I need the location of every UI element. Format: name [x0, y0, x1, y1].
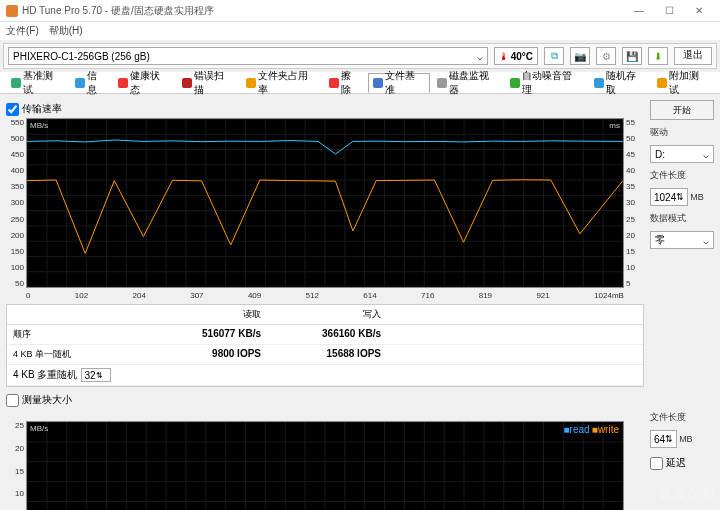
exit-button[interactable]: 退出 — [674, 47, 712, 65]
window-title: HD Tune Pro 5.70 - 硬盘/固态硬盘实用程序 — [22, 4, 624, 18]
chart2-legend: ■read ■write — [564, 424, 619, 435]
y-axis-right: 555045403530252015105 — [626, 118, 644, 288]
tab-icon — [510, 78, 520, 88]
tab-bar: 基准测试信息健康状态错误扫描文件夹占用率擦除文件基准磁盘监视器自动噪音管理随机存… — [0, 72, 720, 94]
row-read — [147, 365, 267, 385]
th-blank — [7, 305, 147, 324]
transfer-rate-chart: MB/s ms — [26, 118, 624, 288]
chevron-down-icon: ⌵ — [703, 235, 709, 246]
block-size-check-input[interactable] — [6, 394, 19, 407]
drive-select[interactable]: PHIXERO-C1-256GB (256 gB) ⌵ — [8, 47, 488, 65]
tab-文件基准[interactable]: 文件基准 — [368, 73, 430, 93]
tab-随机存取[interactable]: 随机存取 — [589, 73, 651, 93]
app-icon — [6, 5, 18, 17]
tab-label: 擦除 — [341, 69, 361, 97]
temperature-value: 40°C — [511, 51, 533, 62]
tab-自动噪音管理[interactable]: 自动噪音管理 — [505, 73, 587, 93]
tab-附加测试[interactable]: 附加测试 — [652, 73, 714, 93]
gear-icon: ⚙ — [602, 51, 611, 62]
tab-健康状态[interactable]: 健康状态 — [113, 73, 175, 93]
tab-label: 错误扫描 — [194, 69, 234, 97]
y-axis-left: 55050045040035030025020015010050 — [6, 118, 24, 288]
tab-icon — [118, 78, 128, 88]
block-size-checkbox[interactable]: 测量块大小 — [6, 393, 644, 407]
minimize-button[interactable]: — — [624, 5, 654, 16]
menu-bar: 文件(F) 帮助(H) — [0, 22, 720, 40]
results-table: 读取 写入 顺序 516077 KB/s 366160 KB/s 4 KB 单一… — [6, 304, 644, 387]
file-length-spinner-2[interactable]: 64 ⇅ — [650, 430, 677, 448]
row-label: 4 KB 多重随机 — [13, 368, 77, 382]
data-mode-select[interactable]: 零⌵ — [650, 231, 714, 249]
tab-label: 附加测试 — [669, 69, 709, 97]
tab-文件夹占用率[interactable]: 文件夹占用率 — [241, 73, 323, 93]
x-axis: 01022043074095126147168199211024mB — [26, 291, 624, 300]
start-button[interactable]: 开始 — [650, 100, 714, 120]
tab-icon — [329, 78, 339, 88]
tab-label: 随机存取 — [606, 69, 646, 97]
close-button[interactable]: ✕ — [684, 5, 714, 16]
tab-错误扫描[interactable]: 错误扫描 — [177, 73, 239, 93]
load-icon: ⬇ — [654, 51, 662, 62]
tab-label: 磁盘监视器 — [449, 69, 499, 97]
tab-信息[interactable]: 信息 — [70, 73, 112, 93]
watermark: 新浪众测 — [658, 486, 714, 504]
th-write: 写入 — [267, 305, 387, 324]
row-label: 顺序 — [7, 325, 147, 344]
tab-icon — [373, 78, 383, 88]
chevron-down-icon: ⌵ — [703, 149, 709, 160]
y2-unit-label: MB/s — [30, 424, 48, 433]
tab-icon — [75, 78, 85, 88]
block-size-chart: MB/s ■read ■write — [26, 421, 624, 510]
screenshot-button[interactable]: 📷 — [570, 47, 590, 65]
menu-help[interactable]: 帮助(H) — [49, 24, 83, 38]
latency-checkbox[interactable]: 延迟 — [650, 456, 714, 470]
maximize-button[interactable]: ☐ — [654, 5, 684, 16]
camera-icon: 📷 — [574, 51, 586, 62]
tab-icon — [657, 78, 667, 88]
file-length-label-2: 文件长度 — [650, 411, 714, 424]
side-panel: 开始 驱动 D:⌵ 文件长度 1024 ⇅ MB 数据模式 零⌵ 文件长度 64… — [650, 100, 714, 510]
file-length-label: 文件长度 — [650, 169, 714, 182]
tab-icon — [594, 78, 604, 88]
top-toolbar: PHIXERO-C1-256GB (256 gB) ⌵ 🌡 40°C ⧉ 📷 ⚙… — [3, 43, 717, 69]
save-icon: 💾 — [626, 51, 638, 62]
tab-磁盘监视器[interactable]: 磁盘监视器 — [432, 73, 504, 93]
settings-button[interactable]: ⚙ — [596, 47, 616, 65]
transfer-rate-label: 传输速率 — [22, 102, 62, 116]
copy-icon: ⧉ — [551, 50, 558, 62]
copy-button[interactable]: ⧉ — [544, 47, 564, 65]
r-unit-label: ms — [609, 121, 620, 130]
thread-count-spinner[interactable]: 32 ⇅ — [81, 368, 111, 382]
row-read: 516077 KB/s — [147, 325, 267, 344]
drive-letter-select[interactable]: D:⌵ — [650, 145, 714, 163]
row-read: 9800 IOPS — [147, 345, 267, 364]
load-button[interactable]: ⬇ — [648, 47, 668, 65]
tab-基准测试[interactable]: 基准测试 — [6, 73, 68, 93]
table-row: 顺序 516077 KB/s 366160 KB/s — [7, 325, 643, 345]
tab-icon — [11, 78, 21, 88]
drive-select-value: PHIXERO-C1-256GB (256 gB) — [13, 51, 150, 62]
file-length-unit-2: MB — [679, 434, 693, 444]
latency-check-input[interactable] — [650, 457, 663, 470]
tab-擦除[interactable]: 擦除 — [324, 73, 366, 93]
tab-label: 文件夹占用率 — [258, 69, 318, 97]
tab-icon — [246, 78, 256, 88]
th-read: 读取 — [147, 305, 267, 324]
transfer-rate-check-input[interactable] — [6, 103, 19, 116]
title-bar: HD Tune Pro 5.70 - 硬盘/固态硬盘实用程序 — ☐ ✕ — [0, 0, 720, 22]
transfer-rate-checkbox[interactable]: 传输速率 — [6, 102, 644, 116]
tab-label: 自动噪音管理 — [522, 69, 582, 97]
row-write — [267, 365, 387, 385]
menu-file[interactable]: 文件(F) — [6, 24, 39, 38]
file-length-spinner[interactable]: 1024 ⇅ — [650, 188, 688, 206]
save-button[interactable]: 💾 — [622, 47, 642, 65]
temperature-display: 🌡 40°C — [494, 47, 538, 65]
drive-label: 驱动 — [650, 126, 714, 139]
tab-label: 健康状态 — [130, 69, 170, 97]
file-length-unit: MB — [690, 192, 704, 202]
tab-label: 信息 — [87, 69, 107, 97]
row-label: 4 KB 单一随机 — [7, 345, 147, 364]
tab-label: 文件基准 — [385, 69, 425, 97]
tab-icon — [182, 78, 192, 88]
tab-icon — [437, 78, 447, 88]
